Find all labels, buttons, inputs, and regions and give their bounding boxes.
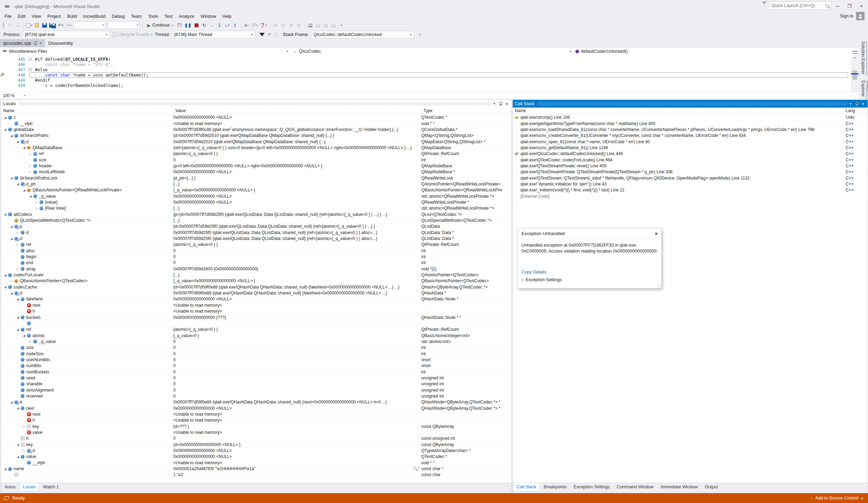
- expanded-icon[interactable]: ◢: [16, 407, 20, 410]
- table-row[interactable]: ◢atomic{_q_value=0 }QBasicAtomicInteger<…: [1, 333, 511, 338]
- breakpoint-margin[interactable]: [0, 57, 8, 62]
- stack-frame-row[interactable]: [External Code]: [513, 193, 868, 199]
- table-row[interactable]: ◢d_ptr{...}QAtomicPointer<QReadWriteLock…: [1, 181, 511, 187]
- avatar[interactable]: [856, 12, 865, 20]
- text-visualizer-icon[interactable]: [413, 467, 416, 470]
- zoom-dropdown-icon[interactable]: ▾: [24, 94, 25, 97]
- menu-item-tools[interactable]: Tools: [145, 13, 161, 20]
- table-row[interactable]: size0int: [1, 345, 511, 351]
- tab-output[interactable]: Output: [701, 483, 722, 491]
- table-row[interactable]: ▷ref{atomic={_q_value=0 } }QtPrivate::Re…: [1, 151, 511, 157]
- table-row[interactable]: ▷d0x00007ff7d59d25f0 {qlalr.exe!QListDat…: [1, 230, 511, 236]
- table-row[interactable]: __vfptr<Unable to read memory>void * *: [1, 121, 511, 126]
- table-row[interactable]: ◢QBasicAtomicPointer<QReadWriteLockPriva…: [1, 187, 511, 193]
- prev-bookmark-button[interactable]: 🕮: [315, 21, 322, 29]
- table-row[interactable]: ◢p{d=0x00007ff7d59d25f0 {qlalr.exe!QList…: [1, 224, 511, 229]
- code-line[interactable]: 448 const char *name = ucnv_getDefaultNa…: [0, 72, 859, 78]
- table-row[interactable]: ✕next<Unable to read memory>: [1, 302, 511, 308]
- column-name[interactable]: Name: [1, 108, 173, 114]
- copy-details-link[interactable]: Copy Details: [521, 270, 546, 275]
- table-row[interactable]: ◢name0x000001a25d487f00 "\x1HHHHHHHP\x1a…: [1, 466, 511, 472]
- table-row[interactable]: QListSpecialMethods<QTextCodec *>{...}QL…: [1, 218, 511, 224]
- table-row[interactable]: strictAlignment0unsigned int: [1, 387, 511, 393]
- flag-threads-icon[interactable]: [259, 33, 265, 36]
- line-numbers-button[interactable]: #▾: [243, 21, 250, 29]
- menu-item-debug[interactable]: Debug: [109, 13, 128, 20]
- expanded-icon[interactable]: ◢: [3, 467, 7, 471]
- table-row[interactable]: numBuckets0int: [1, 369, 511, 375]
- expanded-icon[interactable]: ◢: [22, 146, 26, 149]
- pin-icon[interactable]: [34, 41, 37, 45]
- scrollbar-thumb[interactable]: [852, 71, 857, 80]
- table-row[interactable]: end0int: [1, 260, 511, 266]
- stack-frame-dropdown[interactable]: QIcuCodec::defaultCodecUnlocked: [311, 31, 414, 38]
- table-row[interactable]: ◢globalData0x00007ff7d59f0c48 {qlalr.exe…: [1, 127, 511, 133]
- fold-margin[interactable]: −: [25, 68, 35, 71]
- expanded-icon[interactable]: ◢: [9, 225, 14, 228]
- expanded-icon[interactable]: ◢: [16, 316, 20, 319]
- debugbar-overflow[interactable]: ▾: [416, 31, 423, 38]
- stack-frame-row[interactable]: qlalr.exe!ucnv_loadSharedData_61(const c…: [513, 127, 868, 133]
- suspend-threads-icon[interactable]: ⃠: [274, 31, 281, 38]
- expanded-icon[interactable]: ◢: [16, 140, 20, 143]
- stack-frame-row[interactable]: qlalr.exe!QTextCodec::codecForLocale() L…: [513, 157, 868, 163]
- save-button[interactable]: [41, 21, 48, 29]
- menu-item-analyze[interactable]: Analyze: [176, 13, 197, 20]
- table-row[interactable]: ◢ref{atomic={_q_value=0 } }QtPrivate::Re…: [1, 327, 511, 333]
- step-out-button[interactable]: ↥: [232, 21, 239, 29]
- expanded-icon[interactable]: ◢: [28, 195, 32, 198]
- flagged-filter-icon[interactable]: [267, 33, 272, 36]
- table-row[interactable]: ▷≡key{d=??? }const QByteArray: [1, 424, 511, 430]
- menu-item-window[interactable]: Window: [197, 13, 219, 20]
- minimize-button[interactable]: ─: [832, 1, 844, 10]
- collapsed-icon[interactable]: ▷: [16, 231, 20, 234]
- column-name[interactable]: Name: [513, 108, 844, 114]
- table-row[interactable]: begin0int: [1, 254, 511, 260]
- open-file-button[interactable]: [33, 21, 40, 29]
- table-row[interactable]: ◢_q_value0x0000000000000000 <NULL>std::a…: [1, 193, 511, 199]
- stack-frame-row[interactable]: qlalr.exe!ucnv_open_61(const char * name…: [513, 139, 868, 145]
- expand-outlining-button[interactable]: 🗀: [280, 21, 287, 29]
- menu-item-edit[interactable]: Edit: [15, 13, 29, 20]
- document-tab-disassembly[interactable]: Disassembly: [45, 39, 76, 47]
- table-row[interactable]: ▷d0x0000000000000000 <NULL>QTypedArrayDa…: [1, 448, 511, 454]
- process-dropdown[interactable]: [6724] qlalr.exe: [23, 31, 110, 38]
- stack-frame-row[interactable]: qlalr.exe!QTextStream::QTextStream(_iobu…: [513, 175, 868, 181]
- stack-frame-row[interactable]: qlalr.exe!ucnv_createConverter_61(UConve…: [513, 133, 868, 139]
- menu-item-view[interactable]: View: [29, 13, 44, 20]
- menu-item-help[interactable]: Help: [219, 13, 235, 20]
- expanded-icon[interactable]: ◢: [3, 285, 7, 289]
- table-row[interactable]: ✕h<Unable to read memory>: [1, 417, 511, 423]
- code-editor[interactable]: 444445−#if defined(QT_LOCALE_IS_UTF8)446…: [0, 55, 859, 92]
- table-row[interactable]: ≡1 '\x1'const char: [1, 472, 511, 478]
- bookmark-button[interactable]: 🕮: [307, 21, 314, 29]
- expanded-icon[interactable]: ◢: [9, 176, 14, 180]
- breakpoint-margin[interactable]: [0, 67, 8, 72]
- stack-frame-row[interactable]: qlalr.exe!_initterm(void(*)() * first, v…: [513, 187, 868, 193]
- collapsed-icon[interactable]: ▷: [28, 152, 32, 155]
- stop-button[interactable]: [193, 21, 200, 29]
- scroll-up-icon[interactable]: ▲: [851, 55, 859, 60]
- restart-button[interactable]: ↻: [201, 21, 208, 29]
- tab-autos[interactable]: Autos: [1, 483, 19, 491]
- pin-icon[interactable]: [855, 102, 859, 106]
- navigate-back-button[interactable]: ⮌: [6, 21, 13, 29]
- breakpoint-margin[interactable]: [0, 72, 8, 78]
- tab-locals[interactable]: Locals: [19, 483, 39, 491]
- close-icon[interactable]: ×: [506, 102, 508, 106]
- collapsed-icon[interactable]: ▷: [35, 201, 39, 204]
- table-row[interactable]: ✕value<Unable to read memory>: [1, 430, 511, 436]
- collapsed-icon[interactable]: ▷: [16, 243, 20, 246]
- code-line[interactable]: 445−#if defined(QT_LOCALE_IS_UTF8): [0, 57, 859, 62]
- next-bookmark-button[interactable]: 🕮: [322, 21, 329, 29]
- table-row[interactable]: ◢codecCache{d=0x00007ff7d59f0e88 {qlalr.…: [1, 284, 511, 290]
- call-stack-list[interactable]: qlalr.exe!strcmp() Line 106Unkrqlalr.exe…: [513, 115, 868, 482]
- tab-watch-1[interactable]: Watch 1: [39, 483, 62, 491]
- pin-icon[interactable]: [499, 102, 502, 106]
- table-row[interactable]: ◢allCodecs{p={d=0x00007ff7d59d25f0 {qlal…: [1, 212, 511, 218]
- editor-zoom-control[interactable]: 100 % ▾: [0, 92, 859, 99]
- table-row[interactable]: ◢dirSearchPathsLock{d_ptr={...} }QReadWr…: [1, 175, 511, 181]
- table-row[interactable]: ◢d0x00007ff7d59d2510 {qlalr.exe!QMapData…: [1, 139, 511, 145]
- expanded-icon[interactable]: ◢: [16, 443, 20, 446]
- type-dropdown[interactable]: → QIcuCodec ▾: [290, 48, 573, 55]
